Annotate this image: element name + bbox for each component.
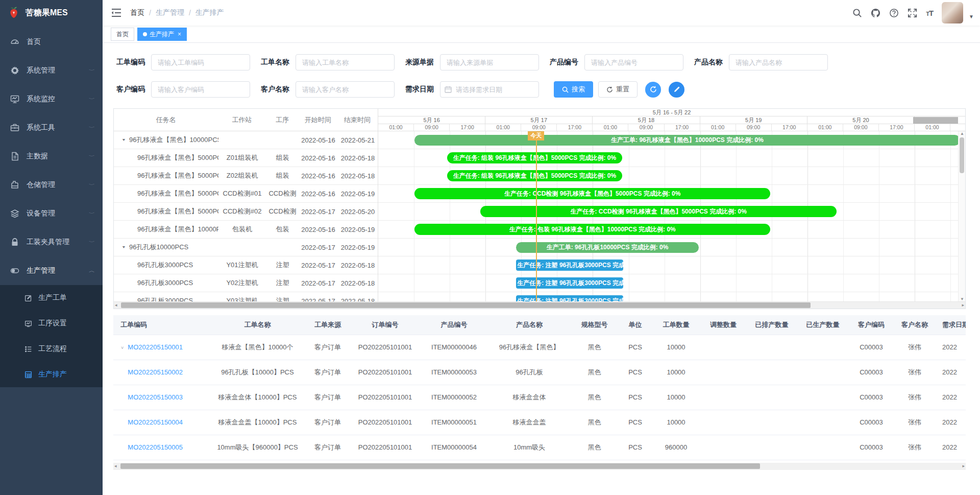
gantt-task-row-8[interactable]: 96孔孔板3000PCSY02注塑机注塑2022-05-172022-05-18	[114, 274, 378, 292]
gantt-bar-task[interactable]: 生产任务: 包装 96孔移液盒【黑色】10000PCS 完成比例: 0%	[414, 224, 770, 235]
search-button[interactable]: 搜索	[554, 81, 593, 98]
hscroll-thumb[interactable]	[121, 302, 811, 308]
gantt-hour-tick: 09:00	[736, 124, 772, 131]
sidebar-item-6[interactable]: 设备管理﹀	[0, 199, 103, 228]
gantt-task-process: 组装	[266, 153, 299, 162]
gantt-task-row-2[interactable]: 96孔移液盒【黑色】5000PCSZ02组装机组装2022-05-162022-…	[114, 167, 378, 185]
gantt-task-end: 2022-05-19	[337, 190, 378, 198]
tab-1[interactable]: 生产排产×	[137, 28, 187, 41]
orders-cell-cust_code: C00003	[848, 335, 894, 360]
sidebar-subitem-0[interactable]: 生产工单	[0, 285, 103, 311]
filter-input-1-1[interactable]	[296, 54, 395, 70]
gantt-task-row-9[interactable]: 96孔孔板3000PCSY03注塑机注塑2022-05-172022-05-18	[114, 292, 378, 301]
gantt-bar-selected[interactable]: 生产任务: 注塑 96孔孔板3000PCS 完成比例: 0%	[516, 277, 623, 289]
gantt-horizontal-scrollbar[interactable]: ◂ ▸	[114, 301, 965, 309]
orders-column-13: 客户名称	[894, 315, 935, 335]
gantt-task-row-0[interactable]: ▼96孔移液盒【黑色】10000PCS2022-05-162022-05-21	[114, 131, 378, 149]
today-marker-badge: 今天	[528, 131, 544, 140]
work-order-link[interactable]: MO202205150001	[128, 343, 183, 351]
orders-cell-code: ∨MO202205150001	[113, 335, 210, 360]
gantt-task-row-6[interactable]: ▼96孔孔板10000PCS2022-05-172022-05-19	[114, 239, 378, 256]
orders-cell-source: 客户订单	[305, 335, 351, 360]
refresh-gantt-button[interactable]	[645, 82, 661, 98]
search-icon[interactable]	[852, 8, 862, 18]
gantt-task-end: 2022-05-18	[337, 172, 378, 180]
row-expand-icon[interactable]: ∨	[120, 345, 124, 350]
breadcrumb-item-2: 生产排产	[195, 8, 224, 17]
filter-item-2-2: 需求日期	[405, 81, 539, 98]
orders-horizontal-scrollbar[interactable]: ◂ ▸	[113, 463, 966, 470]
orders-cell-order_no: PO202205101001	[351, 435, 420, 460]
breadcrumb-item-0[interactable]: 首页	[130, 8, 144, 17]
sidebar-item-4[interactable]: 主数据﹀	[0, 142, 103, 171]
tab-close-icon[interactable]: ×	[178, 28, 181, 40]
vscroll-thumb[interactable]	[960, 137, 964, 173]
breadcrumb-separator: /	[189, 9, 191, 17]
sidebar-item-7[interactable]: 工装夹具管理﹀	[0, 228, 103, 256]
filter-input-1-0[interactable]	[151, 54, 250, 70]
orders-cell-cust_code: C00003	[848, 385, 894, 410]
timeline-scroll-thumb[interactable]	[913, 117, 958, 124]
sidebar-subitem-2[interactable]: 工艺流程	[0, 336, 103, 362]
gantt-bar-task[interactable]: 生产任务: 组装 96孔移液盒【黑色】5000PCS 完成比例: 0%	[447, 170, 623, 181]
scroll-down-icon[interactable]: ▼	[959, 297, 966, 301]
filter-input-1-2[interactable]	[440, 54, 539, 70]
filter-input-1-4[interactable]	[729, 54, 828, 70]
sidebar-subitem-1[interactable]: 工序设置	[0, 311, 103, 336]
gantt-bar-order[interactable]: 生产工单: 96孔孔板10000PCS 完成比例: 0%	[516, 242, 699, 253]
scroll-up-icon[interactable]: ▲	[959, 131, 966, 136]
github-icon[interactable]	[871, 8, 880, 18]
work-order-link[interactable]: MO202205150004	[128, 418, 183, 426]
orders-cell-scheduled_qty	[746, 410, 797, 435]
work-order-link[interactable]: MO202205150005	[128, 443, 183, 451]
gantt-task-row-4[interactable]: 96孔移液盒【黑色】5000PCSCCD检测#02CCD检测2022-05-17…	[114, 203, 378, 221]
sidebar-item-8[interactable]: 生产管理︿	[0, 256, 103, 285]
gantt-task-row-7[interactable]: 96孔孔板3000PCSY01注塑机注塑2022-05-172022-05-18	[114, 256, 378, 274]
font-size-icon[interactable]: TT	[926, 9, 933, 17]
sidebar-item-5[interactable]: 仓储管理﹀	[0, 171, 103, 199]
gantt-task-row-5[interactable]: 96孔移液盒【黑色】10000PCS包装机包装2022-05-162022-05…	[114, 221, 378, 239]
orders-cell-item_no: ITEM00000054	[420, 435, 488, 460]
sidebar-item-3[interactable]: 系统工具﹀	[0, 113, 103, 142]
gantt-task-row-1[interactable]: 96孔移液盒【黑色】5000PCSZ01组装机组装2022-05-162022-…	[114, 149, 378, 167]
gantt-bar-selected[interactable]: 生产任务: 注塑 96孔孔板3000PCS 完成比例: 0%	[516, 260, 623, 271]
tab-0[interactable]: 首页	[111, 28, 134, 41]
gantt-bar-task[interactable]: 生产任务: CCD检测 96孔移液盒【黑色】5000PCS 完成比例: 0%	[480, 206, 837, 217]
orders-scroll-left-icon[interactable]: ◂	[114, 463, 117, 469]
gantt-bar-task[interactable]: 生产任务: CCD检测 96孔移液盒【黑色】5000PCS 完成比例: 0%	[414, 188, 770, 199]
gantt-task-process: 包装	[266, 225, 299, 234]
help-icon[interactable]	[889, 8, 899, 18]
collapse-triangle-icon[interactable]: ▼	[121, 138, 126, 142]
orders-cell-cust_name: 张伟	[894, 360, 935, 385]
sidebar-item-2[interactable]: 系统监控﹀	[0, 85, 103, 113]
edit-schedule-button[interactable]	[669, 82, 684, 98]
demand-date-input[interactable]	[440, 81, 539, 98]
avatar-caret-icon[interactable]: ▼	[969, 14, 974, 19]
gantt-bar-selected[interactable]: 生产任务: 注塑 96孔孔板3000PCS 完成比例: 0%	[516, 295, 623, 301]
scroll-right-icon[interactable]: ▸	[962, 302, 964, 309]
gantt-task-table: 任务名工作站工序开始时间结束时间 ▼96孔移液盒【黑色】10000PCS2022…	[114, 109, 378, 301]
gantt-vertical-scrollbar[interactable]: ▲ ▼	[958, 131, 965, 301]
gantt-bar-task[interactable]: 生产任务: 组装 96孔移液盒【黑色】5000PCS 完成比例: 0%	[447, 152, 623, 163]
sidebar-item-1[interactable]: 系统管理﹀	[0, 56, 103, 85]
work-order-link[interactable]: MO202205150002	[128, 368, 183, 376]
gantt-bar-order[interactable]: 生产工单: 96孔移液盒【黑色】10000PCS 完成比例: 0%	[414, 135, 960, 146]
filter-item-2-1: 客户名称	[261, 81, 395, 98]
avatar[interactable]	[942, 2, 963, 23]
collapse-triangle-icon[interactable]: ▼	[121, 245, 126, 249]
orders-row-1: ∨MO20220515000296孔孔板【10000】PCS客户订单PO2022…	[113, 360, 966, 385]
reset-button[interactable]: 重置	[598, 81, 638, 98]
sidebar-item-0[interactable]: 首页	[0, 28, 103, 56]
orders-scroll-right-icon[interactable]: ▸	[962, 463, 965, 469]
filter-input-1-3[interactable]	[584, 54, 683, 70]
fullscreen-icon[interactable]	[908, 8, 917, 18]
work-order-link[interactable]: MO202205150003	[128, 393, 183, 401]
filter-input-2-0[interactable]	[151, 81, 250, 98]
orders-hscroll-thumb[interactable]	[120, 463, 760, 469]
sidebar-collapse-icon[interactable]	[111, 7, 122, 18]
filter-input-2-1[interactable]	[296, 81, 395, 98]
sidebar-subitem-3[interactable]: 生产排产	[0, 362, 103, 387]
gantt-task-row-3[interactable]: 96孔移液盒【黑色】5000PCSCCD检测#01CCD检测2022-05-16…	[114, 185, 378, 203]
scroll-left-icon[interactable]: ◂	[115, 302, 117, 309]
filter-item-1-0: 工单编码	[116, 54, 250, 70]
